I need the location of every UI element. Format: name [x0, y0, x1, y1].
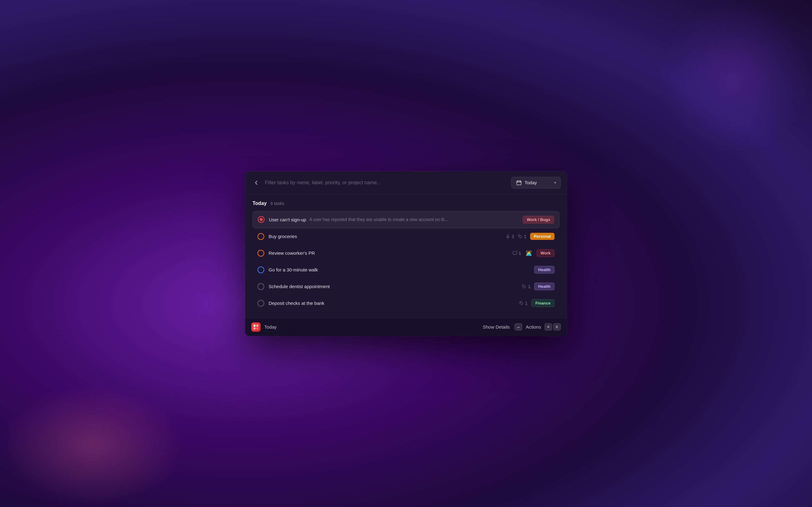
search-bar: Today ▾: [245, 171, 567, 194]
task-text-group: Deposit checks at the bank: [269, 300, 515, 306]
voice-meta: 3: [505, 234, 514, 239]
tag-meta: 1: [518, 234, 526, 239]
task-title: User can't sign-up: [269, 217, 306, 222]
tag-count: 1: [528, 284, 530, 289]
table-row[interactable]: Go for a 30-minute walk Health: [253, 262, 559, 278]
cmd-k-kbd-group: ⌘ K: [545, 323, 561, 331]
tag-count: 1: [525, 301, 527, 306]
comment-meta: 1: [512, 251, 521, 256]
section-title: Today: [253, 201, 267, 206]
table-row[interactable]: Deposit checks at the bank 1 Finance: [253, 295, 559, 312]
search-input-wrap: [265, 180, 507, 185]
label-badge: Work / Bugs: [523, 216, 554, 224]
search-input[interactable]: [265, 180, 507, 185]
label-badge: Finance: [531, 299, 555, 307]
task-text-group: Schedule dentist appointment: [269, 284, 517, 289]
task-meta: Health: [534, 266, 555, 274]
footer-left: Today: [251, 323, 276, 332]
task-title: Buy groceries: [269, 234, 297, 239]
table-row[interactable]: Review coworker's PR 1 🧑‍💻 Work: [253, 245, 559, 262]
tag-count: 1: [524, 234, 526, 239]
task-meta: 1 🧑‍💻 Work: [512, 249, 555, 257]
task-title: Schedule dentist appointment: [269, 284, 330, 289]
label-badge: Health: [534, 266, 555, 274]
task-circle-3: [257, 250, 264, 257]
svg-point-2: [523, 285, 524, 286]
svg-rect-0: [517, 181, 521, 185]
actions-button[interactable]: Actions: [526, 324, 541, 330]
app-logo: [251, 323, 261, 332]
k-key: K: [553, 323, 561, 331]
back-button[interactable]: [251, 178, 261, 188]
table-row[interactable]: Buy groceries 3: [253, 228, 559, 245]
task-title: Review coworker's PR: [269, 250, 315, 256]
app-window: Today ▾ Today 6 tasks User can't sign-up…: [245, 171, 567, 336]
task-title: Go for a 30-minute walk: [269, 267, 318, 272]
task-circle-1: [258, 216, 265, 223]
task-meta: 1 Health: [522, 283, 555, 290]
task-meta: 3 1 Personal: [505, 233, 555, 240]
date-selector[interactable]: Today ▾: [511, 177, 561, 188]
svg-rect-5: [256, 325, 258, 327]
tag-meta: 1: [519, 301, 527, 306]
label-badge: Work: [537, 249, 555, 257]
enter-kbd-group: ↵: [515, 323, 522, 331]
avatar: 🧑‍💻: [525, 249, 533, 257]
chevron-down-icon: ▾: [554, 180, 556, 185]
voice-count: 3: [511, 234, 514, 239]
table-row[interactable]: User can't sign-up A user has reported t…: [253, 211, 559, 228]
task-circle-6: [257, 300, 264, 307]
task-meta: 1 Finance: [519, 299, 555, 307]
svg-point-1: [519, 235, 520, 236]
table-row[interactable]: Schedule dentist appointment 1 Health: [253, 278, 559, 295]
svg-rect-7: [256, 327, 258, 330]
task-circle-2: [257, 233, 264, 240]
footer-title: Today: [264, 324, 276, 330]
date-label: Today: [524, 180, 537, 185]
footer-right: Show Details ↵ Actions ⌘ K: [481, 323, 561, 331]
show-details-button[interactable]: Show Details: [481, 323, 511, 331]
section-header: Today 6 tasks: [253, 201, 559, 206]
calendar-icon: [516, 180, 522, 186]
task-circle-5: [257, 283, 264, 290]
task-text-group: User can't sign-up A user has reported t…: [269, 217, 518, 222]
comment-count: 1: [519, 251, 521, 256]
enter-key: ↵: [515, 323, 522, 331]
svg-rect-6: [253, 327, 256, 330]
tag-meta: 1: [522, 284, 530, 289]
task-text-group: Buy groceries: [269, 234, 501, 239]
task-title: Deposit checks at the bank: [269, 300, 324, 306]
task-text-group: Go for a 30-minute walk: [269, 267, 530, 272]
task-circle-4: [257, 267, 264, 273]
content-area: Today 6 tasks User can't sign-up A user …: [245, 194, 567, 318]
task-description: A user has reported that they are unable…: [309, 217, 448, 222]
label-badge: Personal: [530, 233, 555, 240]
task-count: 6 tasks: [270, 201, 284, 206]
label-badge: Health: [534, 283, 555, 290]
footer-bar: Today Show Details ↵ Actions ⌘ K: [245, 318, 567, 336]
task-meta: Work / Bugs: [523, 216, 554, 224]
task-list: User can't sign-up A user has reported t…: [253, 211, 559, 312]
svg-rect-4: [253, 325, 256, 327]
svg-point-3: [520, 302, 521, 303]
task-text-group: Review coworker's PR: [269, 250, 508, 256]
cmd-key: ⌘: [545, 323, 552, 331]
